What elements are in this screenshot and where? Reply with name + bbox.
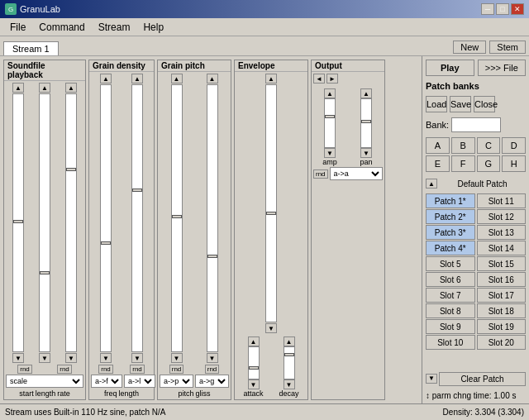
save-button[interactable]: Save (450, 96, 471, 112)
bank-a[interactable]: A (426, 137, 450, 154)
stem-button[interactable]: Stem (489, 41, 526, 54)
gd-s1-up[interactable]: ▲ (100, 74, 112, 84)
soundfile-rnd1[interactable]: rnd (17, 365, 32, 374)
gd-combo-b[interactable]: a->l (124, 375, 155, 388)
gd-s2-up[interactable]: ▲ (131, 74, 143, 84)
attack-up[interactable]: ▲ (248, 336, 260, 346)
slot-18[interactable]: Slot 18 (477, 303, 527, 318)
gd-s2-down[interactable]: ▼ (131, 353, 143, 363)
decay-slider[interactable] (284, 346, 295, 379)
slot-16[interactable]: Slot 16 (477, 272, 527, 287)
menu-stream[interactable]: Stream (92, 20, 137, 35)
soundfile-s2-up[interactable]: ▲ (39, 83, 50, 93)
bank-b[interactable]: B (451, 137, 475, 154)
soundfile-scale-select[interactable]: scale (6, 375, 83, 388)
pan-down[interactable]: ▼ (360, 148, 372, 158)
pan-slider[interactable] (360, 98, 372, 148)
gd-s1-track[interactable] (100, 84, 112, 352)
close-button[interactable]: ✕ (511, 3, 524, 15)
maximize-button[interactable]: □ (496, 3, 509, 15)
amp-down[interactable]: ▼ (324, 148, 336, 158)
decay-down[interactable]: ▼ (284, 379, 295, 389)
slot-19[interactable]: Slot 19 (477, 319, 527, 334)
output-combo[interactable]: a->a (330, 167, 383, 180)
patch-1[interactable]: Patch 1* (426, 193, 475, 208)
bank-c[interactable]: C (477, 137, 501, 154)
gd-combo-a[interactable]: a->f (91, 375, 122, 388)
soundfile-s1-down[interactable]: ▼ (12, 353, 24, 363)
menu-file[interactable]: File (3, 20, 32, 35)
menu-command[interactable]: Command (32, 20, 91, 35)
gp-s2-up[interactable]: ▲ (207, 74, 218, 84)
output-right[interactable]: ► (326, 74, 338, 84)
gp-s2-down[interactable]: ▼ (207, 353, 218, 363)
close-banks-button[interactable]: Close (474, 96, 495, 112)
minimize-button[interactable]: ─ (481, 3, 494, 15)
slot-14[interactable]: Slot 14 (477, 241, 527, 255)
gp-combo-b[interactable]: a->g (195, 375, 229, 388)
gd-rnd2[interactable]: rnd (130, 365, 145, 374)
patch-2[interactable]: Patch 2* (426, 209, 475, 224)
slot-7[interactable]: Slot 7 (426, 288, 475, 303)
output-left[interactable]: ◄ (313, 74, 325, 84)
gp-rnd1[interactable]: rnd (169, 365, 184, 374)
gp-s2-track[interactable] (207, 84, 218, 352)
gp-s1-track[interactable] (171, 84, 183, 352)
clear-patch-button[interactable]: Clear Patch (439, 372, 526, 386)
slot-20[interactable]: Slot 20 (477, 335, 527, 350)
gd-s1-down[interactable]: ▼ (100, 353, 112, 363)
stream-tab-1[interactable]: Stream 1 (3, 41, 59, 55)
gd-rnd1[interactable]: rnd (98, 365, 113, 374)
bank-f[interactable]: F (451, 155, 475, 172)
patch-4[interactable]: Patch 4* (426, 241, 475, 255)
slot-13[interactable]: Slot 13 (477, 225, 527, 240)
env-s1-down[interactable]: ▼ (265, 323, 277, 333)
play-button[interactable]: Play (426, 60, 474, 76)
soundfile-s1-track[interactable] (12, 93, 24, 352)
soundfile-s2-down[interactable]: ▼ (39, 353, 50, 363)
slot-5[interactable]: Slot 5 (426, 256, 475, 271)
soundfile-s2-track[interactable] (39, 93, 50, 352)
output-rnd[interactable]: rnd (313, 169, 328, 179)
bank-g[interactable]: G (477, 155, 501, 172)
patch-3[interactable]: Patch 3* (426, 225, 475, 240)
gp-combo-a[interactable]: a->p (160, 375, 193, 388)
bank-e[interactable]: E (426, 155, 450, 172)
gd-s2-track[interactable] (131, 84, 143, 352)
bank-input[interactable] (451, 117, 501, 132)
load-button[interactable]: Load (426, 96, 447, 112)
slot-6[interactable]: Slot 6 (426, 272, 475, 287)
menu-help[interactable]: Help (136, 20, 170, 35)
slot-12[interactable]: Slot 12 (477, 209, 527, 224)
env-s1-up[interactable]: ▲ (265, 74, 277, 84)
attack-down[interactable]: ▼ (248, 379, 260, 389)
patch-list-down[interactable]: ▼ (426, 374, 437, 384)
slot-17[interactable]: Slot 17 (477, 288, 527, 303)
soundfile-s1-up[interactable]: ▲ (12, 83, 24, 93)
amp-slider[interactable] (324, 98, 336, 148)
file-button[interactable]: >>> File (478, 60, 527, 76)
env-s1-track[interactable] (265, 84, 277, 322)
gp-rnd2[interactable]: rnd (205, 365, 220, 374)
attack-slider[interactable] (248, 346, 260, 379)
patch-row-7: Slot 8 Slot 18 (426, 303, 526, 318)
pan-up[interactable]: ▲ (360, 88, 372, 98)
patch-list-up[interactable]: ▲ (426, 179, 437, 189)
amp-up[interactable]: ▲ (324, 88, 336, 98)
new-button[interactable]: New (453, 41, 486, 54)
soundfile-s3-up[interactable]: ▲ (65, 83, 77, 93)
gp-s1-down[interactable]: ▼ (171, 353, 183, 363)
gp-s1-up[interactable]: ▲ (171, 74, 183, 84)
bank-d[interactable]: D (502, 137, 526, 154)
slot-10[interactable]: Slot 10 (426, 335, 475, 350)
slot-11[interactable]: Slot 11 (477, 193, 527, 208)
bank-h[interactable]: H (502, 155, 526, 172)
slot-9[interactable]: Slot 9 (426, 319, 475, 334)
slot-15[interactable]: Slot 15 (477, 256, 527, 271)
soundfile-s3-down[interactable]: ▼ (65, 353, 77, 363)
patch-row-5: Slot 6 Slot 16 (426, 272, 526, 287)
soundfile-s3-track[interactable] (65, 93, 77, 352)
soundfile-rnd2[interactable]: rnd (57, 365, 72, 374)
decay-up[interactable]: ▲ (284, 336, 295, 346)
slot-8[interactable]: Slot 8 (426, 303, 475, 318)
